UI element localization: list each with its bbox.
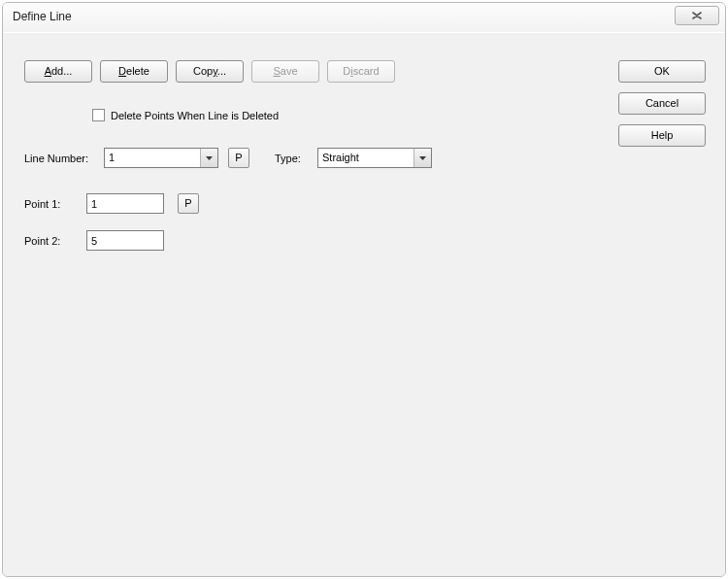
close-button[interactable]: [675, 6, 719, 25]
ok-button[interactable]: OK: [618, 60, 706, 83]
point2-input[interactable]: [86, 230, 164, 251]
point1-row: Point 1: P: [24, 193, 199, 214]
help-button[interactable]: Help: [618, 124, 706, 147]
save-button[interactable]: Save: [251, 60, 319, 83]
type-combo[interactable]: Straight: [317, 148, 432, 168]
add-button[interactable]: Add...: [24, 60, 92, 83]
line-number-row: Line Number: 1 P Type: Straight: [24, 148, 432, 168]
close-icon: [692, 12, 702, 19]
copy-button[interactable]: Copy...: [176, 60, 244, 83]
delete-points-checkbox-row: Delete Points When Line is Deleted: [92, 109, 279, 121]
dialog-title: Define Line: [13, 10, 72, 23]
title-bar: Define Line: [3, 3, 725, 33]
client-area: Add... Delete Copy... Save Discard OK Ca…: [3, 32, 725, 576]
cancel-button[interactable]: Cancel: [618, 92, 706, 115]
line-number-value: 1: [105, 149, 118, 167]
chevron-down-icon: [414, 149, 431, 167]
line-number-combo[interactable]: 1: [104, 148, 218, 168]
line-number-label: Line Number:: [24, 153, 98, 164]
point1-input[interactable]: [86, 193, 164, 214]
delete-points-label: Delete Points When Line is Deleted: [111, 110, 279, 121]
type-value: Straight: [318, 149, 363, 167]
side-buttons: OK Cancel Help: [618, 60, 706, 147]
discard-button[interactable]: Discard: [327, 60, 395, 83]
point1-label: Point 1:: [24, 198, 75, 210]
define-line-dialog: Define Line Add... Delete Copy... Save D…: [2, 2, 726, 577]
delete-button[interactable]: Delete: [100, 60, 168, 83]
point2-label: Point 2:: [24, 235, 75, 247]
point1-pick-button[interactable]: P: [178, 193, 199, 214]
chevron-down-icon: [200, 149, 217, 167]
point2-row: Point 2:: [24, 230, 164, 251]
delete-points-checkbox[interactable]: [92, 109, 105, 121]
line-number-pick-button[interactable]: P: [228, 148, 249, 168]
toolbar: Add... Delete Copy... Save Discard: [24, 60, 395, 83]
type-label: Type:: [275, 153, 310, 164]
